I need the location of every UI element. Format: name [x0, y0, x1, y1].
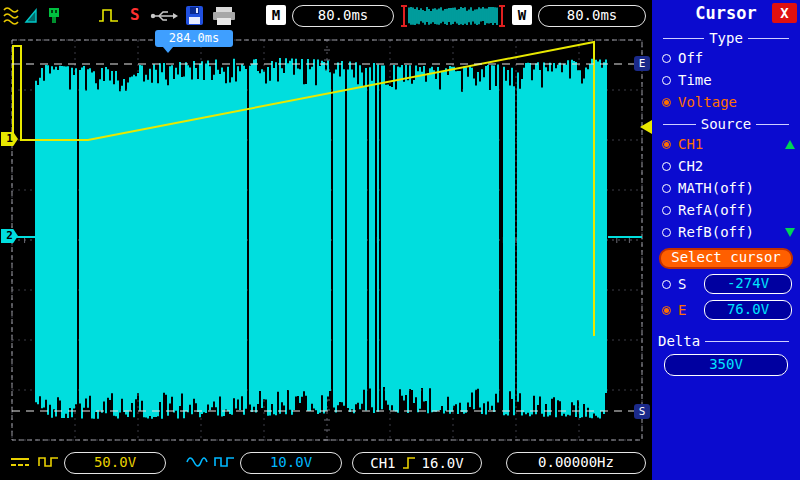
ch2-bw-limit-icon: [214, 455, 235, 469]
cursor-e-value: 76.0V: [704, 300, 792, 320]
save-status-icon: S: [130, 5, 140, 25]
radio-icon: [662, 76, 671, 85]
option-label: Off: [678, 50, 703, 66]
delta-section-header: Delta: [658, 333, 794, 349]
type-option-off[interactable]: Off: [652, 47, 800, 69]
ch1-dc-coupling-icon: [10, 456, 30, 469]
delta-value: 350V: [664, 354, 788, 376]
radio-icon: [662, 98, 671, 107]
cursor-e-option[interactable]: E: [652, 299, 700, 321]
cursor-s-value: -274V: [704, 274, 792, 294]
printer-icon[interactable]: [212, 7, 236, 25]
radio-icon: [662, 280, 671, 289]
ch2-ac-coupling-icon: [186, 455, 208, 469]
delta-section-label: Delta: [658, 333, 700, 349]
source-section-label: Source: [701, 116, 752, 132]
cursor-s-option[interactable]: S: [652, 273, 700, 295]
trigger-level-label: 16.0V: [422, 454, 464, 473]
option-label: RefA(off): [678, 202, 754, 218]
cursor-s-marker[interactable]: S: [634, 404, 650, 419]
source-section-header: Source: [658, 116, 794, 132]
cursor-s-row: S -274V: [652, 273, 792, 295]
type-section-label: Type: [709, 30, 743, 46]
trigger-status-box[interactable]: CH1 16.0V: [352, 452, 482, 474]
frequency-counter-box: 0.00000Hz: [506, 452, 646, 474]
waveform-preview: [400, 4, 506, 28]
type-option-time[interactable]: Time: [652, 69, 800, 91]
close-menu-button[interactable]: X: [772, 3, 797, 23]
radio-icon: [662, 206, 671, 215]
menu-titlebar: Cursor X: [652, 0, 800, 27]
type-section-header: Type: [658, 30, 794, 46]
option-label: E: [678, 302, 686, 318]
cursor-e-marker[interactable]: E: [634, 56, 650, 71]
main-timebase-badge: M: [266, 5, 286, 25]
scroll-down-icon[interactable]: [785, 228, 795, 237]
radio-icon: [662, 162, 671, 171]
option-label: CH2: [678, 158, 703, 174]
top-status-bar: S M 80.0ms W 80.0ms: [0, 0, 652, 34]
source-option-refa[interactable]: RefA(off): [652, 199, 800, 221]
bottom-status-bar: 50.0V 10.0V CH1 16.0V 0.00000Hz: [0, 446, 652, 480]
source-option-ch2[interactable]: CH2: [652, 155, 800, 177]
graticule-display: [0, 34, 652, 446]
ch1-bw-limit-icon: [38, 455, 59, 469]
window-timebase-value[interactable]: 80.0ms: [538, 5, 646, 27]
option-label: MATH(off): [678, 180, 754, 196]
radio-icon: [662, 306, 671, 315]
radio-icon: [662, 184, 671, 193]
trigger-source-label: CH1: [370, 454, 395, 473]
option-label: Voltage: [678, 94, 737, 110]
option-label: Time: [678, 72, 712, 88]
pulse-mode-icon: [98, 7, 120, 25]
usb-link-icon: [150, 9, 178, 23]
ch1-activity-icon: [3, 6, 19, 26]
usb-device-icon: [46, 6, 62, 26]
source-option-refb[interactable]: RefB(off): [652, 221, 800, 243]
main-timebase-value[interactable]: 80.0ms: [292, 5, 394, 27]
ramp-signal-icon: [24, 6, 40, 26]
option-label: CH1: [678, 136, 703, 152]
option-label: RefB(off): [678, 224, 754, 240]
cursor-menu-panel: Cursor X Type Off Time Voltage Source CH…: [652, 0, 800, 480]
waveform-canvas: [0, 34, 652, 446]
select-cursor-button[interactable]: Select cursor: [659, 248, 793, 269]
cursor-time-readout: 284.0ms: [155, 30, 233, 47]
trigger-level-arrow[interactable]: [640, 120, 652, 134]
type-option-voltage[interactable]: Voltage: [652, 91, 800, 113]
window-timebase-badge: W: [512, 5, 532, 25]
radio-icon: [662, 140, 671, 149]
save-to-disk-icon[interactable]: [186, 6, 203, 25]
rising-edge-icon: [402, 456, 416, 470]
cursor-e-row: E 76.0V: [652, 299, 792, 321]
radio-icon: [662, 54, 671, 63]
source-option-ch1[interactable]: CH1: [652, 133, 800, 155]
source-option-math[interactable]: MATH(off): [652, 177, 800, 199]
oscilloscope-screen: S M 80.0ms W 80.0ms 284.0ms E: [0, 0, 800, 480]
option-label: S: [678, 276, 686, 292]
scroll-up-icon[interactable]: [785, 140, 795, 149]
radio-icon: [662, 228, 671, 237]
ch1-scale-box[interactable]: 50.0V: [64, 452, 166, 474]
ch2-scale-box[interactable]: 10.0V: [240, 452, 342, 474]
